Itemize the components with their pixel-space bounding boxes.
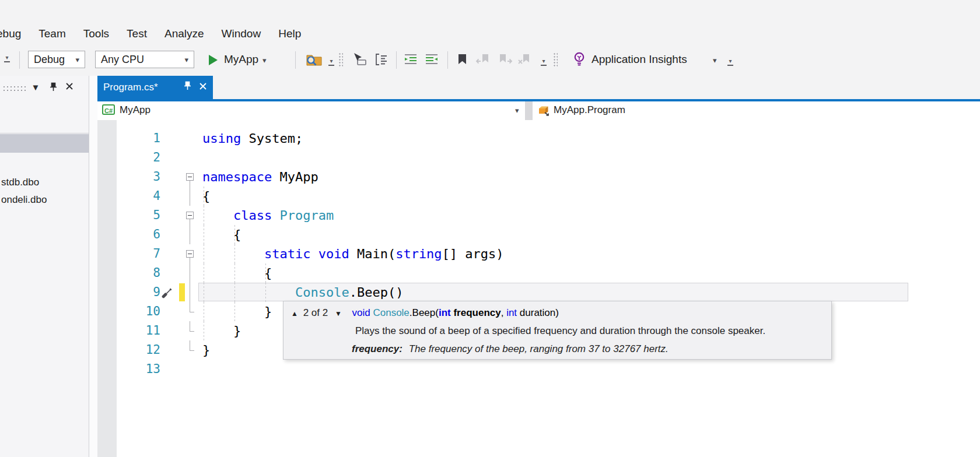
overload-pager: 2 of 2 xyxy=(303,307,331,318)
outline-bar xyxy=(190,225,190,244)
outline-bar xyxy=(190,181,190,187)
tab-close-icon[interactable] xyxy=(199,82,207,93)
explorer-item[interactable]: stdb.dbo xyxy=(0,174,89,191)
parameter-name: frequency: xyxy=(352,343,402,354)
application-insights-lightbulb-icon[interactable] xyxy=(573,51,586,70)
panel-menu-chevron-icon[interactable]: ▼ xyxy=(29,82,42,92)
code-token: System; xyxy=(249,131,303,146)
next-bookmark-icon[interactable] xyxy=(496,52,513,69)
code-token: string xyxy=(396,247,442,261)
collapse-region-icon[interactable] xyxy=(186,250,194,258)
menu-item-test[interactable]: Test xyxy=(118,27,156,40)
explorer-selected-row[interactable] xyxy=(0,134,89,153)
outline-bar xyxy=(190,258,190,263)
solution-configurations-dropdown[interactable]: Debug ▾ xyxy=(28,51,85,68)
menu-item-help[interactable]: Help xyxy=(270,27,310,40)
code-token: class xyxy=(233,208,279,223)
vs-window: ebugTeamToolsTestAnalyzeWindowHelp ▾ Deb… xyxy=(0,0,980,457)
signature-row: ▲ 2 of 2 ▼ void Console.Beep(int frequen… xyxy=(289,304,825,322)
collapse-region-icon[interactable] xyxy=(186,212,194,219)
clear-bookmarks-icon[interactable] xyxy=(517,52,534,69)
line-number: 12 xyxy=(109,340,160,360)
find-in-files-icon[interactable] xyxy=(304,52,323,70)
copy-structure-icon[interactable] xyxy=(373,52,388,69)
code-token: [] args) xyxy=(442,247,504,261)
code-text: } xyxy=(202,302,272,321)
code-line: 8{ xyxy=(97,263,980,283)
code-line: 13 xyxy=(97,360,980,379)
tab-title: Program.cs* xyxy=(103,82,176,93)
application-insights-chevron-icon[interactable]: ▾ xyxy=(713,57,717,64)
code-token: MyApp xyxy=(279,170,318,184)
toggle-bookmark-icon[interactable] xyxy=(456,52,469,69)
navigate-to-icon[interactable] xyxy=(351,52,368,69)
menu-item-window[interactable]: Window xyxy=(213,27,270,40)
chevron-down-icon: ▾ xyxy=(184,56,188,64)
code-text: using System; xyxy=(202,129,303,148)
panel-pin-icon[interactable] xyxy=(47,82,60,94)
code-token: } xyxy=(233,324,241,338)
outline-region-end xyxy=(190,302,194,312)
solution-platforms-dropdown[interactable]: Any CPU ▾ xyxy=(95,51,194,68)
toolbar-drag-grip[interactable] xyxy=(338,52,343,68)
solution-configuration-value: Debug xyxy=(34,54,75,66)
menu-bar: ebugTeamToolsTestAnalyzeWindowHelp xyxy=(0,20,310,47)
code-editor[interactable]: 1using System;23namespace MyApp4{5class … xyxy=(97,120,980,457)
panel-close-icon[interactable] xyxy=(63,82,76,92)
start-options-chevron-icon[interactable]: ▾ xyxy=(262,57,267,64)
code-line: 5class Program xyxy=(97,206,980,225)
line-number: 9 xyxy=(109,283,160,302)
outline-bar xyxy=(190,219,190,225)
tab-pin-icon[interactable] xyxy=(183,81,192,94)
code-text: { xyxy=(202,187,210,206)
increase-indent-icon[interactable] xyxy=(424,52,439,69)
signature-token: void xyxy=(352,307,373,318)
signature-token: .Beep( xyxy=(410,307,439,318)
code-token: namespace xyxy=(202,170,279,184)
toolbar-drag-grip[interactable] xyxy=(553,52,558,68)
quick-actions-screwdriver-icon[interactable] xyxy=(160,285,174,303)
panel-drag-grip[interactable] xyxy=(2,85,27,93)
toolbar-separator xyxy=(396,51,397,69)
previous-bookmark-icon[interactable] xyxy=(475,52,492,69)
code-token: Program xyxy=(279,208,334,223)
menu-item-team[interactable]: Team xyxy=(30,27,74,40)
toolbar-overflow-icon[interactable]: ▾ xyxy=(727,58,734,66)
menu-item-tools[interactable]: Tools xyxy=(75,27,118,40)
decrease-indent-icon[interactable] xyxy=(403,52,418,69)
signature-token: int xyxy=(506,307,517,318)
panel-splitter[interactable] xyxy=(89,76,98,457)
toolbar-separator xyxy=(19,51,20,69)
intellisense-signature-tooltip: ▲ 2 of 2 ▼ void Console.Beep(int frequen… xyxy=(283,301,832,360)
toolbar-separator xyxy=(447,51,448,69)
menu-item-ebug[interactable]: ebug xyxy=(0,27,30,40)
overload-up-icon[interactable]: ▲ xyxy=(289,310,300,318)
outline-bar xyxy=(190,263,190,283)
code-text: { xyxy=(202,263,272,283)
navbar-project-dropdown[interactable]: MyApp xyxy=(120,104,150,116)
toolbar-overflow-icon[interactable]: ▾ xyxy=(328,58,335,66)
collapse-region-icon[interactable] xyxy=(186,173,194,181)
signature-token: , xyxy=(501,307,506,318)
signature-token: Console xyxy=(373,307,409,318)
start-debugging-icon[interactable] xyxy=(209,55,218,65)
signature-token: frequency xyxy=(451,307,501,318)
toolbar-overflow-icon[interactable]: ▾ xyxy=(540,58,547,66)
explorer-item-list: stdb.dboondeli.dbo xyxy=(0,174,89,209)
line-number: 13 xyxy=(109,360,160,379)
overload-down-icon[interactable]: ▼ xyxy=(333,310,344,318)
application-insights-label[interactable]: Application Insights xyxy=(592,53,687,66)
line-number: 2 xyxy=(109,148,160,167)
line-number: 4 xyxy=(109,187,160,206)
start-button-label[interactable]: MyApp xyxy=(224,53,258,66)
code-line: 3namespace MyApp xyxy=(97,167,980,187)
changed-line-bar xyxy=(179,283,185,301)
chevron-down-icon[interactable]: ▾ xyxy=(515,107,519,114)
code-text: class Program xyxy=(202,206,334,225)
menu-item-analyze[interactable]: Analyze xyxy=(156,27,213,40)
navbar-member-dropdown[interactable]: MyApp.Program xyxy=(554,104,625,116)
outline-bar xyxy=(190,283,190,302)
tab-program-cs[interactable]: Program.cs* xyxy=(97,76,213,99)
explorer-item[interactable]: ondeli.dbo xyxy=(0,191,89,209)
toolbar-overflow-icon[interactable]: ▾ xyxy=(4,55,10,62)
